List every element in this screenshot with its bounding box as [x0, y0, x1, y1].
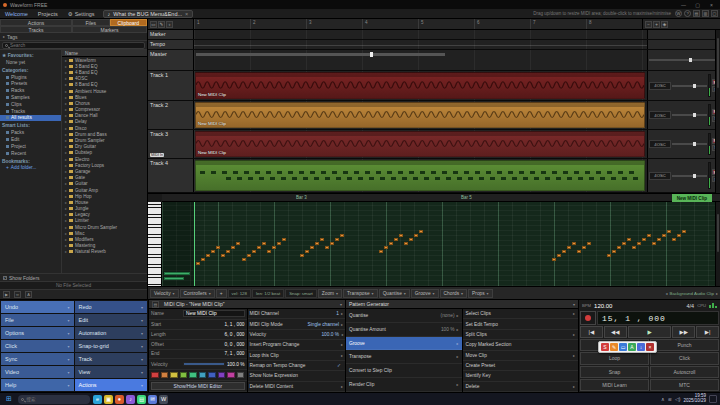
- volume-slider[interactable]: [672, 114, 707, 116]
- background-midi-note[interactable]: [164, 272, 190, 275]
- close-button[interactable]: ×: [706, 2, 717, 8]
- track-name[interactable]: Track 2: [148, 101, 194, 129]
- play-button[interactable]: ▶: [628, 326, 672, 338]
- pointer-tool-icon[interactable]: ▭: [150, 21, 157, 28]
- ruler-bar-number[interactable]: 6: [474, 19, 530, 29]
- expand-icon[interactable]: ▸: [65, 58, 67, 63]
- ruler-bar-number[interactable]: 7: [530, 19, 586, 29]
- midi-note[interactable]: [226, 250, 230, 253]
- volume-slider[interactable]: [672, 85, 707, 87]
- expand-icon[interactable]: ▸: [65, 76, 67, 81]
- tree-item[interactable]: ▸Natural Reverb: [62, 249, 147, 255]
- expand-icon[interactable]: ▸: [65, 175, 67, 180]
- expand-icon[interactable]: ▸: [65, 70, 67, 75]
- track-name[interactable]: Master: [148, 50, 194, 70]
- track-name[interactable]: Track 4: [148, 159, 194, 192]
- clip-color-swatch[interactable]: [189, 372, 197, 378]
- expand-icon[interactable]: ▸: [65, 188, 67, 193]
- transport-toggle-button[interactable]: Click: [650, 352, 719, 364]
- velocity-value[interactable]: vel: 128: [228, 289, 251, 298]
- rewind-button[interactable]: ◀◀: [604, 326, 627, 338]
- velocity-lane-button[interactable]: Velocity▾: [150, 289, 179, 298]
- midi-note[interactable]: [201, 258, 205, 261]
- midi-clip[interactable]: New MIDI Clip: [195, 102, 645, 128]
- controllers-button[interactable]: Controllers▾: [180, 289, 215, 298]
- midi-note[interactable]: [622, 242, 626, 245]
- property-menu-row[interactable]: MIDI Channel 1 ▸: [248, 309, 346, 319]
- clip-color-swatch[interactable]: [161, 372, 169, 378]
- show-folders-checkbox[interactable]: ✓: [3, 276, 7, 280]
- plugin-4osc[interactable]: 4OSC: [649, 172, 671, 180]
- snap-mode-value[interactable]: Snap: smart: [285, 289, 317, 298]
- midi-note[interactable]: [642, 238, 646, 241]
- taskbar-search-input[interactable]: [26, 397, 92, 402]
- midi-note[interactable]: [404, 242, 408, 245]
- midi-note[interactable]: [247, 254, 251, 257]
- piano-roll-scrollbar[interactable]: [715, 202, 720, 286]
- track-lane[interactable]: New MIDI Clip: [194, 71, 647, 100]
- piano-roll-ruler[interactable]: Bar 3 Bar 5 New MIDI Clip: [162, 194, 720, 202]
- actions-button[interactable]: Actions: [0, 19, 72, 26]
- midi-note[interactable]: [340, 234, 344, 237]
- background-midi-note[interactable]: [164, 277, 184, 280]
- scheme-icon[interactable]: W: [675, 10, 682, 17]
- midi-note[interactable]: [414, 234, 418, 237]
- search-input[interactable]: [10, 43, 142, 48]
- time-field-row[interactable]: Start 1, 1 , 000: [149, 320, 247, 330]
- pattern-menu-row[interactable]: Groove ▸: [346, 337, 462, 351]
- midi-note[interactable]: [627, 238, 631, 241]
- property-menu-row[interactable]: Show Note Expression: [248, 371, 346, 381]
- expand-icon[interactable]: ▸: [65, 157, 67, 162]
- zoom-menu-button[interactable]: Zoom▾: [318, 289, 342, 298]
- clip-color-swatch[interactable]: [237, 372, 245, 378]
- smart-list-item[interactable]: Recent: [0, 150, 61, 157]
- expand-icon[interactable]: ▸: [65, 89, 67, 94]
- menu-button[interactable]: Track▾: [75, 353, 148, 365]
- expand-icon[interactable]: ▸: [65, 150, 67, 155]
- track-name[interactable]: Track 3MIDI In: [148, 130, 194, 158]
- go-to-end-button[interactable]: ▶|: [696, 326, 719, 338]
- master-pan-slider[interactable]: [649, 59, 715, 61]
- tab-clipboard[interactable]: Clipboard: [110, 19, 148, 26]
- pattern-menu-row[interactable]: Quantise (none) ▸: [346, 309, 462, 323]
- snip-tool-icon[interactable]: S: [601, 343, 609, 351]
- menu-button[interactable]: View▾: [75, 366, 148, 378]
- snip-tool-icon[interactable]: ▭: [619, 343, 627, 351]
- menu-button[interactable]: Sync▾: [1, 353, 74, 365]
- tab-close-icon[interactable]: ×: [185, 11, 188, 17]
- plugin-4osc[interactable]: 4OSC: [649, 140, 671, 148]
- midi-note[interactable]: [399, 234, 403, 237]
- midi-note[interactable]: [677, 234, 681, 237]
- timecode-display[interactable]: 15, 1 , 000: [597, 311, 719, 325]
- time-signature[interactable]: 4/4: [687, 303, 695, 309]
- midi-note[interactable]: [682, 230, 686, 233]
- midi-note[interactable]: [211, 250, 215, 253]
- midi-note[interactable]: [310, 246, 314, 249]
- transport-toggle-button[interactable]: Punch: [650, 339, 719, 351]
- expand-icon[interactable]: ▸: [65, 237, 67, 242]
- midi-note[interactable]: [632, 246, 636, 249]
- expand-icon[interactable]: ▸: [65, 101, 67, 106]
- clip-action-row[interactable]: Create Preset: [463, 361, 579, 371]
- tab-markers[interactable]: Markers: [72, 26, 147, 33]
- midi-note[interactable]: [667, 230, 671, 233]
- midi-note[interactable]: [320, 238, 324, 241]
- category-item[interactable]: Plugins: [0, 74, 61, 81]
- edit-tab[interactable]: ♪What the BUG Menu&End...×: [103, 10, 194, 18]
- transport-toggle-button[interactable]: MTC: [650, 379, 719, 391]
- ruler-bar-number[interactable]: 8: [586, 19, 642, 29]
- midi-note[interactable]: [325, 246, 329, 249]
- transpose-menu-button[interactable]: Transpose▾: [343, 289, 378, 298]
- midi-note[interactable]: [557, 254, 561, 257]
- clip-action-row[interactable]: Split Clips ▸: [463, 330, 579, 340]
- property-menu-row[interactable]: Insert Program Change ▸: [248, 340, 346, 350]
- transport-toggle-button[interactable]: MIDI Learn: [580, 379, 649, 391]
- midi-note[interactable]: [384, 246, 388, 249]
- zoom-out-icon[interactable]: −: [645, 21, 652, 28]
- add-folder-button[interactable]: +Add folder...: [0, 165, 61, 172]
- time-field-row[interactable]: Offset 0, 0 , 000: [149, 340, 247, 350]
- midi-note[interactable]: [577, 250, 581, 253]
- taskbar-app-icon[interactable]: e: [93, 395, 102, 404]
- bar-ruler[interactable]: 12345678: [194, 19, 642, 29]
- clip-color-swatch[interactable]: [218, 372, 226, 378]
